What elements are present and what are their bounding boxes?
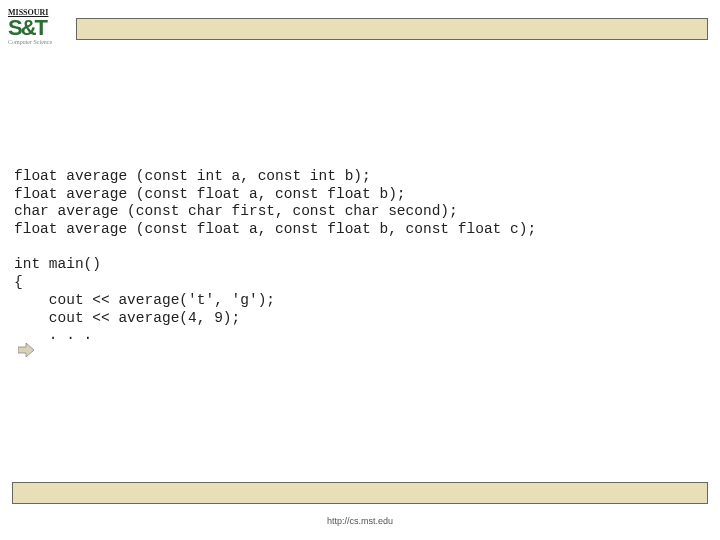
svg-marker-0 — [18, 343, 34, 357]
code-line: cout << average('t', 'g'); — [14, 292, 275, 308]
code-block: float average (const int a, const int b)… — [14, 168, 536, 345]
footer-url: http://cs.mst.edu — [0, 516, 720, 526]
code-line: int main() — [14, 256, 101, 272]
right-arrow-icon — [18, 343, 34, 357]
logo-department: Computer Science — [8, 39, 68, 45]
code-line: { — [14, 274, 23, 290]
code-line: float average (const int a, const int b)… — [14, 168, 371, 184]
code-line: float average (const float a, const floa… — [14, 221, 536, 237]
top-divider-bar — [76, 18, 708, 40]
bottom-divider-bar — [12, 482, 708, 504]
code-line: char average (const char first, const ch… — [14, 203, 458, 219]
code-line: cout << average(4, 9); — [14, 310, 240, 326]
logo: MISSOURI S&T Computer Science — [8, 8, 68, 45]
code-line: float average (const float a, const floa… — [14, 186, 406, 202]
code-line: . . . — [14, 327, 92, 343]
logo-st: S&T — [8, 18, 68, 38]
